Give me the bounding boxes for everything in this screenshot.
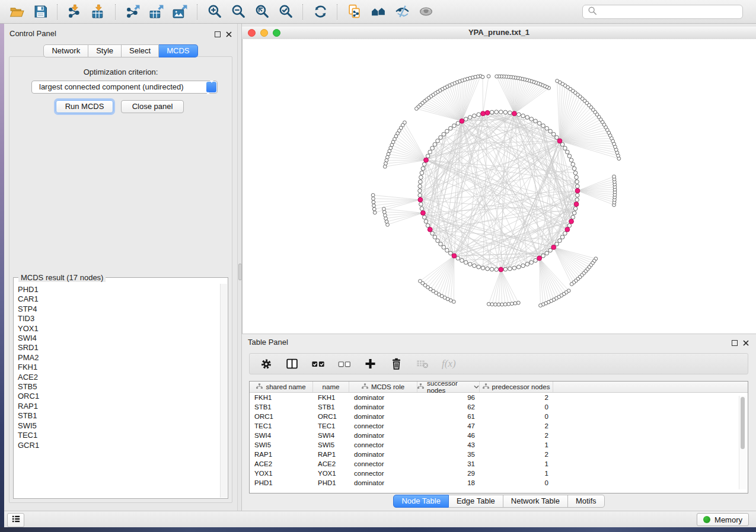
close-window-icon[interactable] (248, 29, 256, 37)
mcds-result-item[interactable]: TEC1 (18, 431, 219, 440)
float-table-panel-icon[interactable] (732, 340, 738, 346)
mcds-result-item[interactable]: STB1 (18, 411, 219, 421)
save-file-icon[interactable] (31, 3, 49, 21)
zoom-selected-icon[interactable] (277, 3, 295, 21)
zoom-in-icon[interactable] (206, 3, 224, 21)
mcds-result-item[interactable]: RAP1 (18, 402, 219, 411)
table-scrollbar-thumb[interactable] (741, 397, 745, 449)
dropdown-value: largest connected component (undirected) (39, 82, 184, 91)
import-network-icon[interactable] (66, 3, 84, 21)
table-scrollbar[interactable] (739, 396, 746, 489)
column-header-MCDS-role[interactable]: MCDS role (349, 382, 417, 392)
mcds-result-item[interactable]: ACE2 (18, 373, 219, 382)
network-window-titlebar[interactable]: YPA_prune.txt_1 (242, 27, 756, 40)
table-row[interactable]: PHD1PHD1dominator180 (250, 478, 748, 488)
tab-network[interactable]: Network (43, 44, 88, 57)
node-table[interactable]: shared namenameMCDS rolesuccessor nodesp… (249, 381, 748, 493)
open-folder-icon[interactable] (8, 3, 25, 21)
network-graph[interactable] (243, 39, 755, 334)
cell-predecessor-nodes: 0 (480, 413, 553, 420)
tab-motifs[interactable]: Motifs (568, 495, 605, 508)
cell-predecessor-nodes: 1 (480, 470, 553, 477)
run-mcds-button[interactable]: Run MCDS (56, 100, 113, 113)
cell-successor-nodes: 61 (417, 413, 480, 420)
column-header-shared-name[interactable]: shared name (250, 382, 313, 392)
delete-column-icon[interactable] (390, 357, 404, 371)
table-row[interactable]: TEC1TEC1connector472 (250, 421, 748, 431)
chevron-down-icon[interactable] (474, 383, 479, 390)
export-network-icon[interactable] (124, 3, 142, 21)
close-panel-icon[interactable] (226, 29, 232, 40)
table-settings-icon[interactable] (259, 357, 273, 371)
network-canvas[interactable] (242, 39, 756, 334)
tab-style[interactable]: Style (88, 44, 122, 57)
tab-network-table[interactable]: Network Table (503, 495, 568, 508)
table-row[interactable]: SWI4SWI4dominator462 (250, 431, 748, 440)
import-table-icon[interactable] (90, 3, 107, 21)
hide-selected-icon[interactable] (393, 3, 411, 21)
attribute-type-icon (483, 383, 489, 390)
mcds-result-item[interactable]: SRD1 (18, 343, 219, 352)
table-row[interactable]: SWI5SWI5connector431 (250, 440, 748, 450)
table-row[interactable]: ORC1ORC1dominator610 (250, 412, 748, 421)
mcds-result-item[interactable]: CAR1 (18, 294, 219, 304)
cell-predecessor-nodes: 2 (480, 432, 553, 439)
mcds-result-item[interactable]: FKH1 (18, 363, 219, 372)
cell-shared-name: SWI5 (250, 441, 313, 448)
zoom-out-icon[interactable] (229, 3, 247, 21)
zoom-fit-icon[interactable] (253, 3, 271, 21)
mcds-result-item[interactable]: PHD1 (18, 285, 219, 294)
mcds-result-item[interactable]: TID3 (18, 314, 219, 323)
table-row[interactable]: ACE2ACE2connector311 (250, 459, 748, 469)
mcds-result-item[interactable]: SWI5 (18, 421, 219, 431)
main-toolbar (0, 0, 756, 24)
tab-select[interactable]: Select (122, 44, 159, 57)
column-header-name[interactable]: name (313, 382, 349, 392)
cell-successor-nodes: 18 (417, 479, 480, 486)
column-header-successor-nodes[interactable]: successor nodes (417, 382, 480, 392)
maximize-window-icon[interactable] (273, 29, 280, 37)
cell-name: ORC1 (313, 413, 349, 420)
close-table-panel-icon[interactable] (743, 338, 749, 348)
status-menu-button[interactable] (7, 513, 24, 527)
mcds-result-item[interactable]: STP4 (18, 305, 219, 314)
add-column-icon[interactable] (363, 357, 378, 371)
search-input[interactable] (601, 7, 742, 17)
split-panel-icon[interactable] (285, 357, 299, 371)
first-neighbors-icon[interactable] (369, 3, 387, 21)
cell-predecessor-nodes: 2 (480, 422, 553, 430)
mcds-result-item[interactable]: GCR1 (18, 441, 219, 450)
table-row[interactable]: STB1STB1dominator620 (250, 402, 748, 412)
tab-node-table[interactable]: Node Table (393, 495, 449, 508)
optimization-criterion-dropdown[interactable]: largest connected component (undirected) (31, 81, 218, 94)
result-scrollbar[interactable] (220, 284, 227, 498)
table-row[interactable]: YOX1YOX1connector291 (250, 469, 748, 478)
tab-mcds[interactable]: MCDS (159, 44, 197, 57)
mcds-result-item[interactable]: YOX1 (18, 324, 219, 334)
mcds-result-item[interactable]: ORC1 (18, 392, 219, 401)
panel-splitter[interactable] (237, 24, 242, 511)
export-image-icon[interactable] (171, 3, 189, 21)
table-row[interactable]: RAP1RAP1dominator352 (250, 450, 748, 459)
memory-button[interactable]: Memory (697, 513, 749, 526)
mcds-result-item[interactable]: PMA2 (18, 353, 219, 363)
optimization-criterion-label: Optimization criterion: (9, 68, 232, 76)
copy-network-icon[interactable] (346, 3, 363, 21)
column-header-predecessor-nodes[interactable]: predecessor nodes (480, 382, 553, 392)
table-row[interactable]: FKH1FKH1dominator962 (250, 393, 748, 402)
minimize-window-icon[interactable] (260, 29, 268, 37)
deselect-all-icon[interactable] (337, 357, 352, 371)
refresh-icon[interactable] (311, 3, 329, 21)
attribute-type-icon (362, 383, 368, 390)
toolbar-separator (337, 4, 338, 20)
mcds-result-item[interactable]: SWI4 (18, 334, 219, 343)
mcds-result-list[interactable]: PHD1CAR1STP4TID3YOX1SWI4SRD1PMA2FKH1ACE2… (14, 285, 219, 498)
select-all-icon[interactable] (311, 357, 326, 371)
show-all-icon[interactable] (417, 3, 435, 21)
mcds-result-item[interactable]: STB5 (18, 382, 219, 392)
tab-edge-table[interactable]: Edge Table (449, 495, 503, 508)
search-box[interactable] (582, 5, 743, 19)
export-table-icon[interactable] (148, 3, 165, 21)
close-panel-button[interactable]: Close panel (121, 100, 184, 113)
float-panel-icon[interactable] (215, 31, 221, 37)
